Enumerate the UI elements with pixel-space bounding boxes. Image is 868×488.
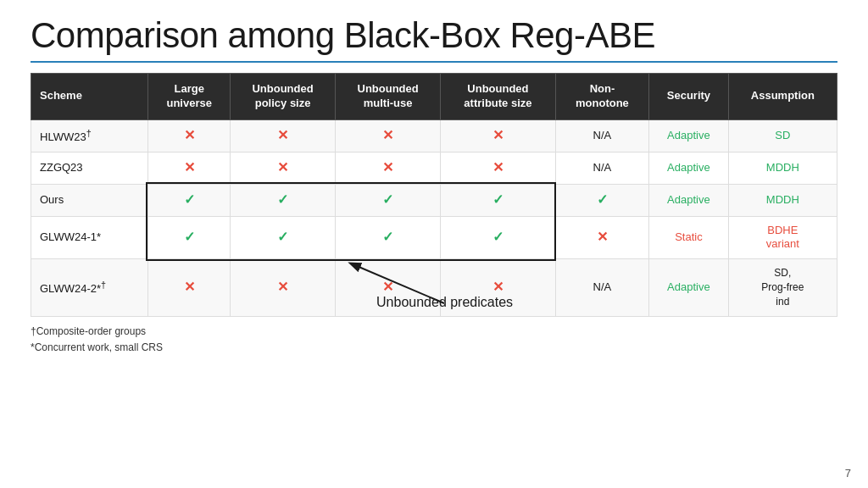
cell-multi-use: ✓ xyxy=(336,216,441,259)
cell-security: Adaptive xyxy=(649,184,729,216)
cell-policy-size: ✕ xyxy=(231,119,336,152)
cell-scheme: GLWW24-1* xyxy=(31,216,148,259)
footnote-line2: *Concurrent work, small CRS xyxy=(31,340,837,356)
check-icon: ✓ xyxy=(492,230,504,244)
cell-large-universe: ✕ xyxy=(148,152,231,185)
slide: Comparison among Black-Box Reg-ABE Schem… xyxy=(0,0,868,488)
cross-icon: ✕ xyxy=(492,128,504,142)
assumption-text: SD xyxy=(775,129,790,141)
cross-icon: ✕ xyxy=(277,280,288,294)
check-icon: ✓ xyxy=(277,192,288,207)
check-icon: ✓ xyxy=(382,192,393,207)
table-container: Scheme Largeuniverse Unboundedpolicy siz… xyxy=(31,73,837,317)
assumption-text: BDHEvariant xyxy=(766,224,799,251)
cell-assumption: MDDH xyxy=(728,184,837,216)
check-icon: ✓ xyxy=(277,230,288,244)
cell-assumption: MDDH xyxy=(728,152,837,185)
cell-scheme: Ours xyxy=(31,184,148,216)
footnote-line1: †Composite-order groups xyxy=(31,324,837,340)
assumption-text: MDDH xyxy=(766,161,799,174)
cross-icon: ✕ xyxy=(597,230,608,244)
cell-multi-use: ✓ xyxy=(336,184,441,216)
page-title: Comparison among Black-Box Reg-ABE xyxy=(31,15,837,56)
adaptive-text: Adaptive xyxy=(667,193,710,206)
assumption-text: MDDH xyxy=(766,193,799,206)
table-row: HLWW23† ✕ ✕ ✕ ✕ N/A Adaptive SD xyxy=(31,119,837,152)
cell-non-monotone: ✕ xyxy=(555,216,648,259)
table-row: Ours ✓ ✓ ✓ ✓ ✓ Adaptive MDDH xyxy=(31,184,837,216)
na-text: N/A xyxy=(593,280,612,293)
cross-icon: ✕ xyxy=(382,280,393,294)
adaptive-text: Adaptive xyxy=(667,280,710,293)
cross-icon: ✕ xyxy=(184,280,195,294)
cross-icon: ✕ xyxy=(277,128,288,142)
col-policy-size: Unboundedpolicy size xyxy=(231,74,336,120)
cell-scheme: ZZGQ23 xyxy=(31,152,148,185)
cross-icon: ✕ xyxy=(492,280,504,294)
cross-icon: ✕ xyxy=(382,160,393,175)
check-icon: ✓ xyxy=(184,192,195,207)
na-text: N/A xyxy=(593,161,612,174)
cell-policy-size: ✓ xyxy=(231,184,336,216)
cell-assumption: SD,Prog-freeind xyxy=(728,259,837,317)
table-row: ZZGQ23 ✕ ✕ ✕ ✕ N/A Adaptive MDDH xyxy=(31,152,837,185)
page-number: 7 xyxy=(845,467,851,480)
cell-large-universe: ✕ xyxy=(148,259,231,317)
cell-security: Adaptive xyxy=(649,152,729,185)
table-header-row: Scheme Largeuniverse Unboundedpolicy siz… xyxy=(31,74,837,120)
cell-non-monotone: N/A xyxy=(555,259,648,317)
check-icon: ✓ xyxy=(184,230,195,244)
col-security: Security xyxy=(649,74,729,120)
cell-attr-size: ✓ xyxy=(441,184,556,216)
cross-icon: ✕ xyxy=(382,128,393,142)
assumption-text: SD,Prog-freeind xyxy=(761,267,804,308)
arrow-label: Unbounded predicates xyxy=(376,295,513,310)
cell-non-monotone: N/A xyxy=(555,119,648,152)
comparison-table: Scheme Largeuniverse Unboundedpolicy siz… xyxy=(31,73,837,317)
check-icon: ✓ xyxy=(382,230,393,244)
title-underline xyxy=(31,61,837,63)
cell-assumption: SD xyxy=(728,119,837,152)
col-large-universe: Largeuniverse xyxy=(148,74,231,120)
check-icon: ✓ xyxy=(492,192,504,207)
na-text: N/A xyxy=(593,129,612,141)
col-scheme: Scheme xyxy=(31,74,148,120)
cell-policy-size: ✕ xyxy=(231,259,336,317)
adaptive-text: Adaptive xyxy=(667,129,710,141)
cell-large-universe: ✓ xyxy=(148,184,231,216)
col-multi-use: Unboundedmulti-use xyxy=(336,74,441,120)
cell-security: Static xyxy=(649,216,729,259)
cell-policy-size: ✓ xyxy=(231,216,336,259)
table-row: GLWW24-1* ✓ ✓ ✓ ✓ ✕ Static BDHEvariant xyxy=(31,216,837,259)
cross-icon: ✕ xyxy=(492,160,504,175)
static-text: Static xyxy=(675,230,703,243)
adaptive-text: Adaptive xyxy=(667,161,710,174)
cell-large-universe: ✓ xyxy=(148,216,231,259)
col-attr-size: Unboundedattribute size xyxy=(441,74,556,120)
cell-attr-size: ✕ xyxy=(441,119,556,152)
cell-attr-size: ✕ xyxy=(441,152,556,185)
cell-attr-size: ✓ xyxy=(441,216,556,259)
cell-security: Adaptive xyxy=(649,259,729,317)
cross-icon: ✕ xyxy=(277,160,288,175)
cross-icon: ✕ xyxy=(184,128,195,142)
footnotes: †Composite-order groups *Concurrent work… xyxy=(31,324,837,356)
cell-policy-size: ✕ xyxy=(231,152,336,185)
cell-scheme: HLWW23† xyxy=(31,119,148,152)
check-icon: ✓ xyxy=(597,192,608,207)
cell-scheme: GLWW24-2*† xyxy=(31,259,148,317)
cell-multi-use: ✕ xyxy=(336,152,441,185)
col-assumption: Assumption xyxy=(728,74,837,120)
cell-large-universe: ✕ xyxy=(148,119,231,152)
cross-icon: ✕ xyxy=(184,160,195,175)
cell-assumption: BDHEvariant xyxy=(728,216,837,259)
cell-non-monotone: N/A xyxy=(555,152,648,185)
col-non-monotone: Non-monotone xyxy=(555,74,648,120)
cell-multi-use: ✕ xyxy=(336,119,441,152)
cell-security: Adaptive xyxy=(649,119,729,152)
cell-non-monotone: ✓ xyxy=(555,184,648,216)
